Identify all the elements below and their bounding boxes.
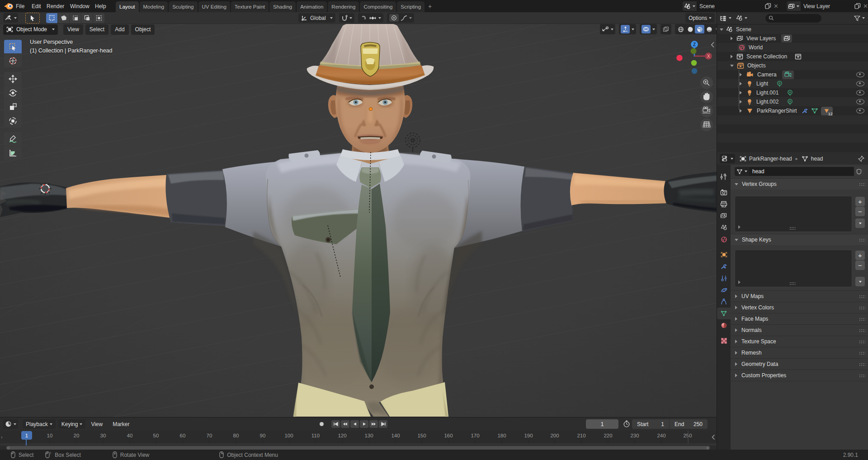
svg-text:70: 70 xyxy=(207,433,212,438)
svg-text:230: 230 xyxy=(630,433,639,438)
svg-text:60: 60 xyxy=(180,433,186,438)
svg-text:150: 150 xyxy=(417,433,426,438)
svg-text:220: 220 xyxy=(604,433,612,438)
svg-text:X: X xyxy=(707,54,710,59)
svg-text:130: 130 xyxy=(364,433,373,438)
svg-text:190: 190 xyxy=(524,433,533,438)
svg-text:30: 30 xyxy=(100,433,106,438)
svg-text:10: 10 xyxy=(47,433,53,438)
svg-text:80: 80 xyxy=(233,433,239,438)
svg-text:170: 170 xyxy=(471,433,479,438)
svg-text:110: 110 xyxy=(311,433,320,438)
svg-text:120: 120 xyxy=(338,433,346,438)
svg-text:250: 250 xyxy=(683,433,692,438)
svg-text:210: 210 xyxy=(577,433,585,438)
svg-text:240: 240 xyxy=(657,433,665,438)
svg-text:40: 40 xyxy=(127,433,133,438)
svg-text:180: 180 xyxy=(497,433,506,438)
svg-text:50: 50 xyxy=(153,433,159,438)
svg-text:100: 100 xyxy=(284,433,293,438)
svg-text:90: 90 xyxy=(260,433,266,438)
svg-text:20: 20 xyxy=(74,433,80,438)
svg-text:140: 140 xyxy=(391,433,400,438)
svg-text:160: 160 xyxy=(444,433,453,438)
svg-text:200: 200 xyxy=(550,433,559,438)
svg-text:Z: Z xyxy=(693,42,696,47)
